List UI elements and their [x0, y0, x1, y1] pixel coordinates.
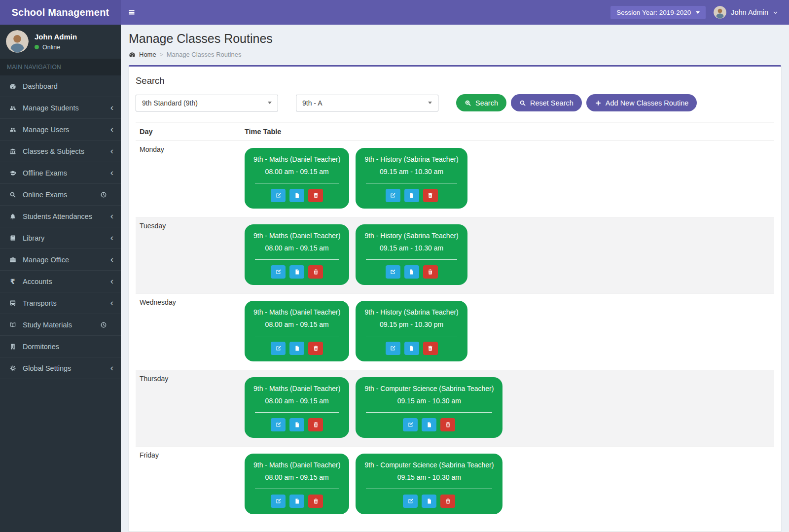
sidebar-item-offline-exams[interactable]: Offline Exams‹ — [0, 162, 121, 184]
edit-button[interactable] — [403, 495, 418, 508]
angle-left-icon: ‹ — [110, 254, 113, 264]
details-button[interactable] — [422, 495, 436, 508]
sidebar-item-label: Manage Office — [23, 256, 69, 264]
class-card: 9th - Maths (Daniel Teacher)08.00 am - 0… — [245, 454, 349, 514]
class-time: 09.15 am - 10.30 am — [364, 244, 458, 252]
card-actions — [364, 189, 458, 202]
edit-icon — [275, 192, 282, 199]
sidebar-item-manage-users[interactable]: Manage Users‹ — [0, 119, 121, 141]
class-time: 08.00 am - 09.15 am — [253, 168, 340, 176]
details-button[interactable] — [289, 342, 304, 355]
card-actions — [364, 342, 458, 355]
sidebar-item-students-attendances[interactable]: Students Attendances‹ — [0, 206, 121, 227]
trash-icon — [445, 498, 451, 504]
trash-icon — [313, 345, 319, 352]
sidebar-item-online-exams[interactable]: Online Exams — [0, 184, 121, 206]
sidebar-toggle-button[interactable] — [127, 8, 136, 16]
sidebar-user-status: Online — [35, 44, 77, 51]
details-button[interactable] — [404, 342, 419, 355]
details-button[interactable] — [404, 265, 419, 279]
plus-icon — [595, 100, 602, 106]
sidebar-item-transports[interactable]: Transports‹ — [0, 292, 121, 314]
sidebar-item-global-settings[interactable]: Global Settings‹ — [0, 357, 121, 379]
edit-button[interactable] — [271, 265, 286, 279]
sidebar-item-dormitories[interactable]: Dormitories — [0, 336, 121, 357]
sidebar-item-library[interactable]: Library‹ — [0, 227, 121, 249]
card-actions — [253, 342, 340, 355]
edit-button[interactable] — [386, 265, 400, 279]
edit-button[interactable] — [271, 342, 286, 355]
sidebar-item-accounts[interactable]: ₹Accounts‹ — [0, 271, 121, 292]
file-icon — [294, 498, 300, 504]
day-cell: Monday — [136, 141, 241, 217]
filter-select-value: 9th Standard (9th) — [142, 99, 198, 107]
day-cell: Tuesday — [136, 217, 241, 294]
class-title: 9th - Maths (Daniel Teacher) — [253, 155, 340, 163]
sidebar: John Admin Online MAIN NAVIGATION Dashbo… — [0, 25, 121, 532]
page-root: School Management Session Year: 2019-202… — [0, 0, 789, 532]
filter-select-2[interactable]: 9th - A — [296, 95, 438, 111]
details-button[interactable] — [422, 418, 436, 431]
delete-button[interactable] — [308, 342, 323, 355]
clock-icon — [98, 321, 108, 328]
edit-button[interactable] — [386, 189, 400, 202]
delete-button[interactable] — [440, 418, 455, 431]
edit-button[interactable] — [271, 495, 286, 508]
session-year-dropdown[interactable]: Session Year: 2019-2020 — [610, 6, 706, 19]
angle-left-icon: ‹ — [110, 124, 113, 134]
edit-icon — [390, 269, 396, 275]
edit-icon — [275, 345, 282, 352]
class-card: 9th - Maths (Daniel Teacher)08.00 am - 0… — [245, 148, 349, 209]
sidebar-item-manage-students[interactable]: Manage Students‹ — [0, 97, 121, 119]
delete-button[interactable] — [308, 189, 323, 202]
card-divider — [366, 412, 492, 413]
graduation-cap-icon — [7, 170, 18, 177]
user-menu[interactable]: John Admin — [714, 6, 778, 19]
sidebar-item-dashboard[interactable]: Dashboard — [0, 75, 121, 97]
sidebar-item-label: Dormitories — [23, 343, 59, 351]
class-time: 09.15 am - 10.30 am — [364, 397, 494, 405]
details-button[interactable] — [289, 495, 304, 508]
edit-button[interactable] — [386, 342, 400, 355]
sidebar-item-study-materials[interactable]: Study Materials — [0, 314, 121, 336]
clock-icon — [98, 191, 108, 198]
add-new-classes-routine-button[interactable]: Add New Classes Routine — [586, 94, 697, 111]
delete-button[interactable] — [308, 495, 323, 508]
edit-button[interactable] — [271, 418, 286, 431]
sidebar-item-label: Dashboard — [23, 82, 58, 90]
card-divider — [366, 336, 457, 336]
breadcrumb-home-link[interactable]: Home — [139, 51, 156, 58]
card-divider — [366, 489, 492, 489]
sidebar-item-manage-office[interactable]: Manage Office‹ — [0, 249, 121, 271]
delete-button[interactable] — [308, 265, 323, 279]
button-label: Reset Search — [530, 99, 574, 107]
delete-button[interactable] — [423, 189, 438, 202]
filter-select-1[interactable]: 9th Standard (9th) — [136, 95, 278, 111]
trash-icon — [445, 422, 451, 428]
edit-button[interactable] — [403, 418, 418, 431]
routine-row-wednesday: Wednesday9th - Maths (Daniel Teacher)08.… — [136, 294, 774, 370]
sidebar-user-panel: John Admin Online — [0, 25, 121, 59]
reset-search-button[interactable]: Reset Search — [511, 94, 582, 111]
class-card: 9th - History (Sabrina Teacher)09.15 am … — [356, 148, 467, 209]
sidebar-item-label: Manage Students — [23, 104, 79, 112]
routine-row-friday: Friday9th - Maths (Daniel Teacher)08.00 … — [136, 447, 774, 523]
search-panel-title: Search — [136, 75, 774, 86]
delete-button[interactable] — [308, 418, 323, 431]
angle-left-icon: ‹ — [110, 146, 113, 155]
sidebar-item-classes-subjects[interactable]: Classes & Subjects‹ — [0, 141, 121, 162]
details-button[interactable] — [404, 189, 419, 202]
search-button[interactable]: Search — [456, 94, 506, 111]
sidebar-item-label: Study Materials — [23, 321, 72, 329]
details-button[interactable] — [289, 418, 304, 431]
app-logo[interactable]: School Management — [0, 0, 121, 25]
sidebar-item-label: Online Exams — [23, 191, 67, 199]
details-button[interactable] — [289, 265, 304, 279]
delete-button[interactable] — [423, 342, 438, 355]
details-button[interactable] — [289, 189, 304, 202]
delete-button[interactable] — [440, 495, 455, 508]
delete-button[interactable] — [423, 265, 438, 279]
online-status-label: Online — [42, 44, 60, 51]
class-card: 9th - Computer Science (Sabrina Teacher)… — [356, 454, 502, 514]
edit-button[interactable] — [271, 189, 286, 202]
